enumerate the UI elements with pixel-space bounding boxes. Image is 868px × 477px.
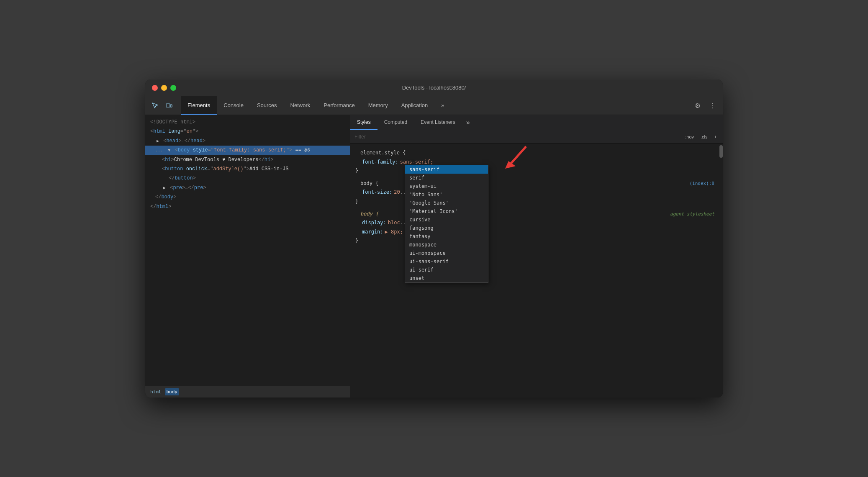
close-button[interactable]	[152, 85, 158, 91]
tab-application[interactable]: Application	[395, 96, 435, 115]
window-title: DevTools - localhost:8080/	[402, 85, 466, 91]
dom-pre[interactable]: <pre>…</pre>	[145, 183, 350, 192]
tab-performance[interactable]: Performance	[317, 96, 361, 115]
css-selector-body-2: body {	[355, 210, 378, 219]
breadcrumb-body[interactable]: body	[165, 388, 180, 395]
styles-panel: Styles Computed Event Listeners » :hov .…	[350, 115, 723, 398]
svg-rect-1	[170, 105, 172, 107]
cls-button[interactable]: .cls	[699, 133, 709, 140]
css-selector-element-style: element.style {	[355, 149, 406, 158]
css-rules: element.style { font-family: sans-serif;…	[350, 144, 723, 398]
settings-button[interactable]: ⚙	[692, 100, 704, 111]
dom-tree[interactable]: <!DOCTYPE html> <html lang="en"> <head>……	[145, 115, 350, 386]
autocomplete-item-material-icons[interactable]: 'Material Icons'	[405, 207, 488, 215]
subtab-bar: Styles Computed Event Listeners »	[350, 115, 723, 130]
tab-memory[interactable]: Memory	[362, 96, 395, 115]
dom-panel: <!DOCTYPE html> <html lang="en"> <head>……	[145, 115, 350, 398]
breadcrumb-html[interactable]: html	[149, 388, 163, 395]
autocomplete-item-fangsong[interactable]: fangsong	[405, 224, 488, 232]
filter-input[interactable]	[354, 134, 680, 140]
dom-button[interactable]: <button onclick="addStyle()">Add CSS-in-…	[145, 164, 350, 174]
dom-html-close[interactable]: </html>	[145, 202, 350, 211]
toolbar-icons	[145, 96, 181, 115]
autocomplete-item-sans-serif[interactable]: sans-serif	[405, 165, 488, 174]
css-source-agent: agent stylesheet	[670, 210, 719, 218]
collapse-body-icon[interactable]	[167, 147, 172, 154]
autocomplete-item-ui-monospace[interactable]: ui-monospace	[405, 249, 488, 257]
svg-rect-0	[166, 104, 170, 107]
subtab-event-listeners[interactable]: Event Listeners	[414, 115, 462, 130]
autocomplete-item-serif[interactable]: serif	[405, 174, 488, 182]
expand-pre-icon[interactable]	[162, 185, 167, 192]
autocomplete-container: sans-serif serif system-ui 'Noto Sans' '…	[405, 165, 488, 283]
dom-doctype[interactable]: <!DOCTYPE html>	[145, 118, 350, 127]
window-controls	[152, 85, 176, 91]
dom-body[interactable]: ... <body style="font-family: sans-serif…	[145, 146, 350, 155]
more-options-button[interactable]: ⋮	[707, 100, 719, 111]
device-toggle-icon[interactable]	[163, 99, 175, 112]
panel-scrollbar[interactable]	[719, 144, 723, 398]
css-source-index[interactable]: (index):8	[689, 180, 719, 188]
main-content: <!DOCTYPE html> <html lang="en"> <head>……	[145, 115, 723, 398]
autocomplete-item-google-sans[interactable]: 'Google Sans'	[405, 199, 488, 207]
expand-head-icon[interactable]	[155, 138, 160, 145]
devtools-window: DevTools - localhost:8080/ Elements	[145, 80, 723, 398]
dom-button-close[interactable]: </button>	[145, 174, 350, 183]
add-rule-button[interactable]: +	[713, 133, 719, 140]
autocomplete-item-noto-sans[interactable]: 'Noto Sans'	[405, 190, 488, 199]
inspector-icon[interactable]	[149, 99, 161, 112]
hov-button[interactable]: :hov	[683, 133, 696, 140]
autocomplete-item-ui-serif[interactable]: ui-serif	[405, 266, 488, 274]
maximize-button[interactable]	[170, 85, 176, 91]
autocomplete-item-cursive[interactable]: cursive	[405, 215, 488, 224]
toolbar-actions: ⚙ ⋮	[688, 96, 723, 115]
tab-network[interactable]: Network	[284, 96, 317, 115]
autocomplete-item-unset[interactable]: unset	[405, 274, 488, 282]
tab-console[interactable]: Console	[217, 96, 250, 115]
tab-more[interactable]: »	[434, 96, 451, 115]
subtab-more-button[interactable]: »	[462, 115, 474, 130]
subtab-computed[interactable]: Computed	[378, 115, 414, 130]
tab-elements[interactable]: Elements	[181, 96, 217, 115]
breadcrumb: html body	[145, 386, 350, 398]
filter-bar: :hov .cls +	[350, 130, 723, 144]
dom-h1[interactable]: <h1>Chrome DevTools ♥ Developers</h1>	[145, 155, 350, 164]
autocomplete-item-system-ui[interactable]: system-ui	[405, 182, 488, 190]
minimize-button[interactable]	[161, 85, 167, 91]
dom-html-open[interactable]: <html lang="en">	[145, 127, 350, 136]
autocomplete-item-fantasy[interactable]: fantasy	[405, 232, 488, 241]
toolbar: Elements Console Sources Network Perform…	[145, 96, 723, 115]
autocomplete-item-ui-sans-serif[interactable]: ui-sans-serif	[405, 257, 488, 266]
subtab-styles[interactable]: Styles	[350, 115, 378, 130]
tab-sources[interactable]: Sources	[250, 96, 284, 115]
autocomplete-list[interactable]: sans-serif serif system-ui 'Noto Sans' '…	[405, 165, 488, 283]
autocomplete-item-monospace[interactable]: monospace	[405, 241, 488, 249]
tab-bar: Elements Console Sources Network Perform…	[181, 96, 688, 115]
dom-body-close[interactable]: </body>	[145, 192, 350, 202]
css-selector-body-1: body {	[355, 179, 378, 188]
scrollbar-thumb[interactable]	[719, 145, 723, 158]
dom-head[interactable]: <head>…</head>	[145, 136, 350, 146]
titlebar: DevTools - localhost:8080/	[145, 80, 723, 96]
